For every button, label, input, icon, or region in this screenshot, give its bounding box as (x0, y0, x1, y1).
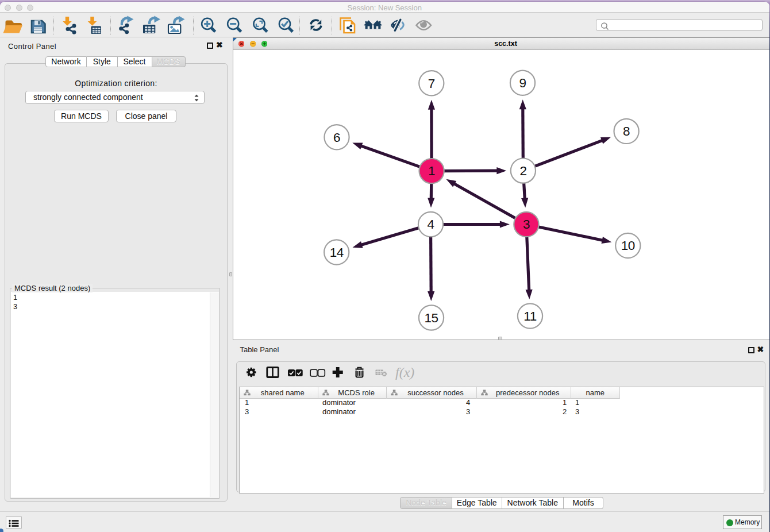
svg-text:14: 14 (329, 245, 343, 260)
svg-text:7: 7 (428, 76, 434, 91)
svg-text:15: 15 (424, 311, 438, 325)
svg-text:1: 1 (428, 164, 435, 178)
svg-text:9: 9 (519, 76, 526, 90)
svg-text:11: 11 (523, 309, 536, 323)
svg-text:10: 10 (621, 238, 634, 253)
svg-text:3: 3 (522, 217, 529, 232)
svg-text:4: 4 (427, 217, 434, 232)
svg-text:8: 8 (623, 124, 630, 138)
svg-text:6: 6 (333, 130, 340, 145)
svg-text:2: 2 (519, 164, 526, 178)
svg-text:f(x): f(x) (395, 365, 414, 380)
